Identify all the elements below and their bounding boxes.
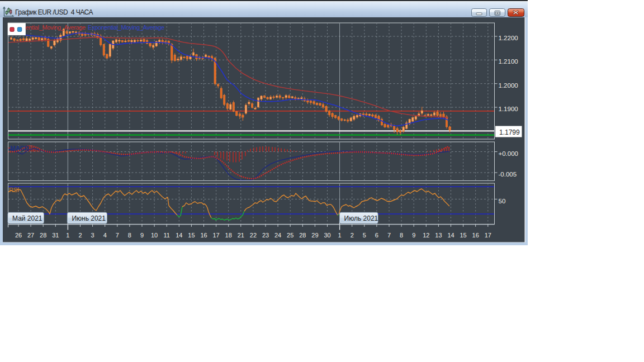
svg-text:11: 11 (163, 232, 169, 239)
svg-text:Exponential_Moving_Average: Exponential_Moving_Average (88, 24, 164, 31)
svg-text:31: 31 (52, 232, 59, 239)
svg-text:1.1900: 1.1900 (499, 106, 518, 112)
svg-text:-0.005: -0.005 (499, 171, 517, 178)
svg-text:MACD: MACD (11, 145, 29, 151)
svg-text:21: 21 (238, 232, 244, 239)
svg-text:28: 28 (299, 232, 306, 239)
svg-text:30: 30 (324, 232, 330, 239)
svg-text:6: 6 (375, 232, 378, 239)
svg-text:2: 2 (78, 232, 82, 239)
svg-text:25: 25 (287, 232, 293, 239)
svg-text:50: 50 (499, 198, 506, 204)
svg-text:2: 2 (351, 232, 354, 239)
svg-text:17: 17 (212, 232, 219, 239)
svg-text:14: 14 (176, 232, 182, 239)
svg-text:26: 26 (15, 232, 22, 239)
svg-text:Июль 2021: Июль 2021 (344, 215, 378, 222)
svg-text:16: 16 (200, 232, 207, 239)
svg-text:15: 15 (188, 232, 195, 239)
svg-text:16: 16 (472, 232, 479, 239)
svg-text:10: 10 (151, 232, 158, 239)
svg-text:Июнь 2021: Июнь 2021 (72, 215, 106, 222)
svg-text:Май 2021: Май 2021 (12, 215, 42, 222)
svg-text:27: 27 (27, 232, 34, 239)
svg-text:18: 18 (225, 232, 232, 239)
svg-text:1.2200: 1.2200 (499, 35, 518, 41)
svg-text:7: 7 (387, 232, 391, 239)
svg-text:24: 24 (274, 232, 281, 239)
svg-text:9: 9 (140, 232, 144, 239)
svg-text:4: 4 (103, 232, 107, 239)
svg-text:9: 9 (412, 232, 415, 239)
svg-text:29: 29 (311, 232, 318, 239)
svg-text:7: 7 (116, 232, 119, 239)
svg-text:1.2100: 1.2100 (499, 58, 518, 65)
svg-text:+0.000: +0.000 (499, 150, 519, 157)
svg-text:17: 17 (485, 232, 491, 239)
svg-text:3: 3 (91, 232, 94, 239)
svg-text:8: 8 (128, 232, 131, 239)
svg-text:15: 15 (460, 232, 466, 239)
svg-text:1.1799: 1.1799 (499, 128, 520, 136)
svg-text:14: 14 (447, 232, 454, 239)
svg-text:12: 12 (423, 232, 429, 239)
svg-text:22: 22 (250, 232, 257, 239)
svg-text:1: 1 (338, 232, 342, 239)
svg-text:8: 8 (400, 232, 403, 239)
svg-text:13: 13 (435, 232, 442, 239)
svg-text:23: 23 (262, 232, 269, 239)
svg-text:5: 5 (363, 232, 366, 239)
svg-text:1: 1 (66, 232, 69, 239)
svg-text:1.2000: 1.2000 (499, 82, 518, 89)
svg-text:28: 28 (40, 232, 46, 239)
svg-text:RSI: RSI (9, 187, 19, 193)
